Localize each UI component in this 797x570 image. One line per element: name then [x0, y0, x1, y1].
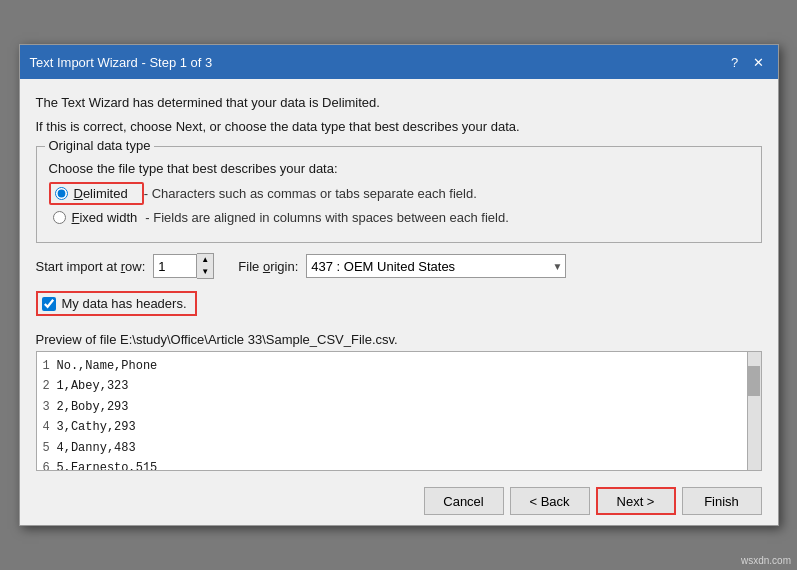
close-button[interactable]: ✕ — [750, 53, 768, 71]
fixedwidth-row: Fixed width - Fields are aligned in colu… — [49, 210, 749, 225]
delimited-desc: - Characters such as commas or tabs sepa… — [144, 186, 477, 201]
start-row-input[interactable] — [153, 254, 197, 278]
options-row: Start import at row: ▲ ▼ File origin: 43… — [36, 253, 762, 279]
scroll-h-track — [51, 471, 747, 472]
vertical-scrollbar[interactable] — [747, 352, 761, 470]
finish-button[interactable]: Finish — [682, 487, 762, 515]
headers-label[interactable]: My data has headers. — [36, 291, 197, 316]
line-content-2: 1,Abey,323 — [57, 376, 129, 396]
preview-line-3: 3 2,Boby,293 — [43, 397, 741, 417]
start-row-label: Start import at row: — [36, 259, 146, 274]
help-button[interactable]: ? — [726, 53, 744, 71]
titlebar-buttons: ? ✕ — [726, 53, 768, 71]
scroll-left-arrow[interactable]: ◀ — [37, 471, 51, 472]
line-num-3: 3 — [43, 397, 57, 417]
headers-checkbox-wrapper: My data has headers. — [36, 285, 762, 324]
watermark: wsxdn.com — [741, 555, 791, 566]
titlebar: Text Import Wizard - Step 1 of 3 ? ✕ — [20, 45, 778, 79]
spin-buttons: ▲ ▼ — [197, 253, 214, 279]
dialog-title: Text Import Wizard - Step 1 of 3 — [30, 55, 213, 70]
delimited-row: Delimited - Characters such as commas or… — [49, 182, 749, 205]
line-num-4: 4 — [43, 417, 57, 437]
delimited-highlight: Delimited — [49, 182, 144, 205]
line-content-1: No.,Name,Phone — [57, 356, 158, 376]
line-num-2: 2 — [43, 376, 57, 396]
preview-line-5: 5 4,Danny,483 — [43, 438, 741, 458]
line-content-4: 3,Cathy,293 — [57, 417, 136, 437]
group-content: Choose the file type that best describes… — [49, 161, 749, 225]
delimited-radio[interactable] — [55, 187, 68, 200]
spin-down-button[interactable]: ▼ — [197, 266, 213, 278]
headers-checkbox[interactable] — [42, 297, 56, 311]
preview-line-6: 6 5,Earnesto,515 — [43, 458, 741, 470]
line-content-3: 2,Boby,293 — [57, 397, 129, 417]
data-type-group: Original data type Choose the file type … — [36, 146, 762, 243]
delimited-label: Delimited — [74, 186, 128, 201]
fixedwidth-radio[interactable] — [53, 211, 66, 224]
dialog: Text Import Wizard - Step 1 of 3 ? ✕ The… — [19, 44, 779, 526]
intro-line1: The Text Wizard has determined that your… — [36, 93, 762, 113]
headers-text: My data has headers. — [62, 296, 187, 311]
file-origin-wrapper: 437 : OEM United States 65001 : Unicode … — [306, 254, 566, 278]
spin-up-button[interactable]: ▲ — [197, 254, 213, 266]
fixedwidth-desc: - Fields are aligned in columns with spa… — [145, 210, 508, 225]
preview-line-2: 2 1,Abey,323 — [43, 376, 741, 396]
line-content-5: 4,Danny,483 — [57, 438, 136, 458]
preview-line-1: 1 No.,Name,Phone — [43, 356, 741, 376]
back-button[interactable]: < Back — [510, 487, 590, 515]
line-content-6: 5,Earnesto,515 — [57, 458, 158, 470]
cancel-button[interactable]: Cancel — [424, 487, 504, 515]
preview-line-4: 4 3,Cathy,293 — [43, 417, 741, 437]
preview-lines: 1 No.,Name,Phone 2 1,Abey,323 3 2,Boby,2… — [37, 352, 747, 470]
preview-inner: 1 No.,Name,Phone 2 1,Abey,323 3 2,Boby,2… — [37, 352, 761, 470]
file-origin-select[interactable]: 437 : OEM United States 65001 : Unicode … — [306, 254, 566, 278]
horizontal-scrollbar[interactable]: ◀ ▶ — [37, 470, 761, 471]
choose-label: Choose the file type that best describes… — [49, 161, 749, 176]
line-num-1: 1 — [43, 356, 57, 376]
content: The Text Wizard has determined that your… — [20, 79, 778, 479]
file-origin-label: File origin: — [238, 259, 298, 274]
scrollbar-thumb — [748, 366, 760, 396]
next-button[interactable]: Next > — [596, 487, 676, 515]
scroll-right-arrow[interactable]: ▶ — [747, 471, 761, 472]
fixedwidth-label: Fixed width — [72, 210, 138, 225]
intro-line2: If this is correct, choose Next, or choo… — [36, 117, 762, 137]
footer: Cancel < Back Next > Finish — [20, 479, 778, 525]
group-legend: Original data type — [45, 138, 155, 153]
preview-label: Preview of file E:\study\Office\Article … — [36, 332, 762, 347]
preview-box: 1 No.,Name,Phone 2 1,Abey,323 3 2,Boby,2… — [36, 351, 762, 471]
start-row-spinner: ▲ ▼ — [153, 253, 214, 279]
line-num-5: 5 — [43, 438, 57, 458]
line-num-6: 6 — [43, 458, 57, 470]
